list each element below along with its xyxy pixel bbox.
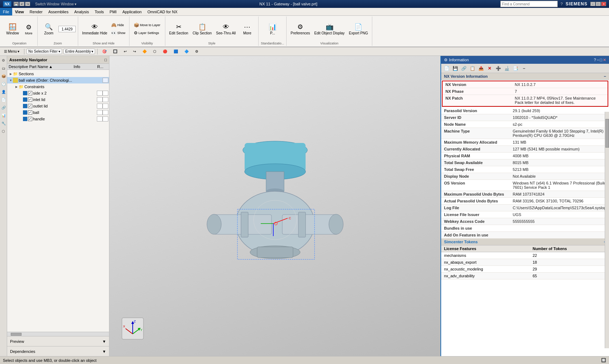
menu-analysis[interactable]: Analysis (71, 8, 92, 15)
more-btn[interactable]: ⚙ More (22, 22, 35, 36)
menu-omnicad[interactable]: OmniCAD for NX (145, 8, 180, 15)
nx-version-collapse[interactable]: − (604, 74, 606, 78)
sidebar-icon-history[interactable]: 🕐 (1, 81, 6, 87)
side-checkbox[interactable]: ✓ (28, 91, 32, 95)
toolbar-icon-7[interactable]: 🔴 (160, 49, 170, 54)
menu-pmi[interactable]: PMI (107, 8, 120, 15)
menu-application[interactable]: Application (119, 8, 145, 15)
info-new-btn[interactable]: 📄 (443, 65, 450, 72)
toolbar-icon-6[interactable]: ⬡ (151, 49, 159, 54)
tree-item-side[interactable]: ✓ side x 2 (7, 90, 109, 96)
ball-checkbox[interactable]: ✓ (28, 110, 32, 115)
menu-tools[interactable]: Tools (92, 8, 107, 15)
tree-item-ball-valve[interactable]: ▼ ball valve (Order: Chronologi... (7, 77, 109, 83)
edit-section-btn[interactable]: ✂ Edit Section (167, 22, 190, 36)
info-save-btn[interactable]: 💾 (451, 65, 459, 72)
info-close-icon[interactable]: ✕ (603, 58, 606, 62)
undo-btn[interactable]: ↩ (19, 2, 24, 6)
info-restore-icon[interactable]: □ (600, 58, 602, 62)
sidebar-icon-parts[interactable]: 📦 (1, 73, 6, 79)
navigator-expand-icon[interactable]: □ (104, 58, 107, 62)
preferences-btn[interactable]: ⚙ Preferences (289, 22, 312, 36)
info-help-icon[interactable]: ? (594, 58, 596, 62)
tree-item-sections[interactable]: ▶ 📁 Sections (7, 71, 109, 77)
tree-item-outlet[interactable]: ✓ outlet lid (7, 103, 109, 109)
info-add-btn[interactable]: ➕ (494, 65, 502, 72)
toolbar-icon-2[interactable]: 🔲 (110, 49, 120, 54)
menu-file[interactable]: File (0, 8, 12, 15)
info-collapse-btn[interactable]: − (520, 65, 528, 72)
menu-render[interactable]: Render (27, 8, 46, 15)
toolbar-icon-10[interactable]: ⚙ (193, 49, 201, 54)
toolbar-icon-1[interactable]: 🎯 (100, 49, 109, 54)
toolbar-icon-4[interactable]: ↪ (131, 49, 138, 54)
dependencies-section[interactable]: Dependencies ▼ (7, 346, 109, 356)
menu-assemblies[interactable]: Assemblies (46, 8, 71, 15)
simcenter-title: Simcenter Tokens (444, 240, 478, 244)
info-scrollbar[interactable] (605, 112, 609, 348)
edit-object-display-btn[interactable]: 📺 Edit Object Display (312, 22, 346, 36)
standard-btn[interactable]: 📊 P... (264, 22, 282, 36)
menu-view[interactable]: View (12, 8, 27, 15)
viewport[interactable]: C Z Y (109, 56, 440, 356)
command-search[interactable] (500, 1, 558, 7)
scrollbar-thumb[interactable] (11, 333, 22, 336)
immediate-hide-btn[interactable]: 👁 Immediate Hide (80, 22, 109, 36)
sidebar-icon-settings[interactable]: ⚙ (1, 57, 6, 63)
handle-checkbox[interactable]: ✓ (28, 117, 32, 121)
toolbar-icon-3[interactable]: ↩ (121, 49, 129, 54)
outlet-checkbox[interactable]: ✓ (28, 104, 32, 108)
show-btn[interactable]: 👀 Show (110, 29, 127, 37)
nav-col-name[interactable]: Descriptive Part Name ▲ (7, 64, 72, 70)
toolbar-icon-8[interactable]: 🟦 (171, 49, 180, 54)
info-link-btn[interactable]: 🔗 (460, 65, 468, 72)
assembly-filter-dropdown[interactable]: Entire Assembly ▾ (63, 49, 95, 54)
sidebar-icon-misc[interactable]: ⬡ (1, 128, 6, 134)
export-png-btn[interactable]: 📄 Export PNG (347, 22, 370, 36)
sidebar-icon-tools[interactable]: 🔧 (1, 120, 6, 126)
tree-item-handle[interactable]: ✓ handle (7, 116, 109, 122)
sidebar-icon-analysis[interactable]: 📊 (1, 112, 6, 118)
hide-btn[interactable]: 🙈 Hide (110, 21, 127, 29)
switch-window-label[interactable]: Switch Window (35, 2, 60, 6)
close-btn[interactable]: ✕ (601, 2, 606, 6)
tree-item-ball[interactable]: ✓ ball (7, 109, 109, 116)
tree-item-constraints[interactable]: ▶ 📁 Constraints (7, 83, 109, 90)
info-notes-btn[interactable]: 📑 (511, 65, 519, 72)
style-more-btn[interactable]: ⋯ More (238, 22, 256, 36)
sidebar-icon-layers[interactable]: 📄 (1, 97, 6, 102)
info-copy-btn[interactable]: 📋 (468, 65, 476, 72)
sidebar-icon-nav[interactable]: 🗂 (1, 65, 6, 71)
tree-item-inlet[interactable]: ✓ inlet lid (7, 96, 109, 103)
menu-dropdown[interactable]: ☰ Menu ▾ (1, 49, 22, 54)
nav-col-info[interactable]: Info (72, 64, 96, 70)
redo-btn[interactable]: ↪ (25, 2, 30, 6)
inlet-checkbox[interactable]: ✓ (28, 97, 32, 102)
toolbar-icon-5[interactable]: 🔶 (140, 49, 149, 54)
nav-col-r[interactable]: R... (96, 64, 109, 70)
maximize-btn[interactable]: □ (596, 2, 601, 6)
see-thru-btn[interactable]: 👁 See-Thru All (214, 22, 237, 36)
info-content[interactable]: NX Version Information − NX Version NX 1… (441, 73, 609, 356)
layer-settings-btn[interactable]: ⚙ Layer Settings (132, 29, 162, 37)
preview-section[interactable]: Preview ▼ (7, 336, 109, 346)
zoom-btn[interactable]: 🔍 Zoom (40, 22, 58, 36)
sidebar-icon-constraints[interactable]: 🔗 (1, 105, 6, 110)
info-scrollbar-thumb[interactable] (605, 119, 609, 148)
window-btn[interactable]: 🪟 Window (4, 22, 22, 36)
nav-scrollbar[interactable] (7, 332, 109, 336)
window-menu-label[interactable]: Window ▾ (61, 2, 76, 6)
info-clear-btn[interactable]: ✕ (486, 65, 494, 72)
info-analyze-btn[interactable]: 🔬 (503, 65, 511, 72)
zoom-value-input[interactable] (58, 26, 76, 32)
info-minimize-icon[interactable]: − (597, 58, 599, 62)
sidebar-icon-roles[interactable]: 👤 (1, 89, 6, 95)
move-to-layer-btn[interactable]: 📦 Move to Layer (132, 21, 162, 29)
quick-save-btn[interactable]: 💾 (14, 2, 19, 6)
clip-section-btn[interactable]: 📋 Clip Section (191, 22, 213, 36)
minimize-btn[interactable]: − (590, 2, 595, 6)
selection-filter-dropdown[interactable]: No Selection Filter ▾ (27, 49, 62, 54)
toolbar-icon-9[interactable]: 🔷 (182, 49, 191, 54)
help-icon[interactable]: ? (561, 2, 563, 6)
info-export-btn[interactable]: 📤 (477, 65, 485, 72)
